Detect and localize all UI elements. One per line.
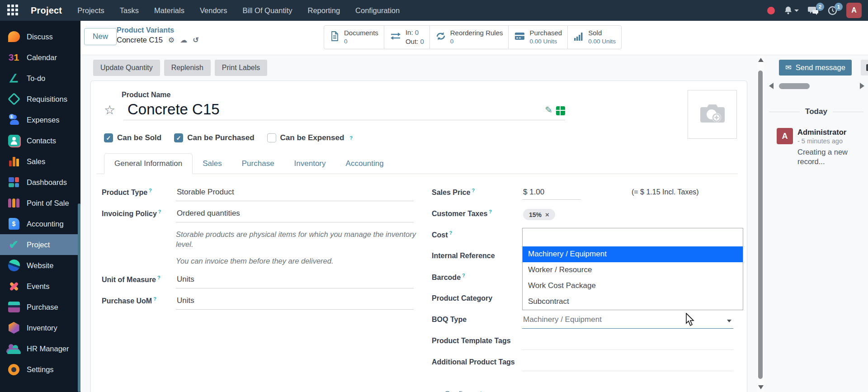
control-panel: New Product Variants Concrete C15 ⚙ ☁ ↺ … (80, 21, 868, 55)
tab-general-information[interactable]: General Information (104, 153, 193, 174)
product-image-placeholder[interactable] (688, 90, 737, 139)
out-label: Out: (406, 38, 418, 45)
invoicing-policy-field[interactable]: Ordered quantities (176, 209, 414, 222)
sidebar-item-project[interactable]: ✔ Project (0, 234, 80, 255)
apps-menu-icon[interactable] (7, 5, 19, 16)
boq-type-select[interactable]: Machinery / Equipment (522, 315, 733, 329)
stat-buttons: Documents 0 In: 0 Out: 0 Reordering Ru (324, 25, 622, 49)
breadcrumb: Product Variants Concrete C15 ⚙ ☁ ↺ (117, 26, 199, 44)
new-button[interactable]: New (84, 28, 117, 45)
print-labels-button[interactable]: Print Labels (215, 60, 268, 76)
cloud-save-icon[interactable]: ☁ (180, 37, 187, 44)
notifications-bell-icon[interactable] (784, 6, 799, 15)
product-type-field[interactable]: Storable Product (176, 188, 414, 201)
sales-icon (6, 154, 21, 169)
dropdown-option-subcontract[interactable]: Subcontract (523, 294, 743, 310)
menu-bill-of-quantity[interactable]: Bill Of Quantity (242, 6, 292, 15)
documents-stat-button[interactable]: Documents 0 (324, 25, 384, 49)
product-name-input[interactable]: Concrete C15 ✎ (123, 101, 565, 120)
replenish-button[interactable]: Replenish (164, 60, 211, 76)
purchased-stat-button[interactable]: Purchased 0.00 Units (508, 25, 568, 49)
menu-projects[interactable]: Projects (77, 6, 104, 15)
current-app-title[interactable]: Project (31, 5, 62, 16)
unit-of-measure-field[interactable]: Units (176, 275, 414, 288)
top-navbar: Project Projects Tasks Materials Vendors… (0, 0, 868, 21)
dropdown-option-work-cost-package[interactable]: Work Cost Package (523, 278, 743, 294)
sidebar-item-discuss[interactable]: Discuss (0, 26, 80, 47)
dropdown-option-worker-resource[interactable]: Worker / Resource (523, 262, 743, 278)
sidebar-item-events[interactable]: Events (0, 276, 80, 297)
tab-purchase[interactable]: Purchase (232, 154, 284, 174)
menu-materials[interactable]: Materials (154, 6, 184, 15)
sidebar-item-website[interactable]: Website (0, 255, 80, 276)
can-be-purchased-checkbox[interactable]: ✓ Can be Purchased (174, 133, 254, 142)
help-marker: ? (158, 209, 161, 214)
discard-icon[interactable]: ↺ (193, 37, 198, 44)
can-be-sold-checkbox[interactable]: ✓ Can be Sold (104, 133, 161, 142)
sidebar-item-purchase[interactable]: Purchase (0, 297, 80, 317)
gear-icon[interactable]: ⚙ (168, 37, 175, 44)
chatter-horizontal-scrollbar (769, 83, 864, 89)
menu-reporting[interactable]: Reporting (308, 6, 340, 15)
sidebar-item-dashboards[interactable]: Dashboards (0, 172, 80, 193)
menu-vendors[interactable]: Vendors (200, 6, 227, 15)
additional-product-tags-field[interactable] (522, 358, 733, 371)
translate-pencil-icon[interactable]: ✎ (545, 104, 552, 115)
sidebar-item-accounting[interactable]: $ Accounting (0, 213, 80, 234)
dropdown-option-machinery-equipment[interactable]: Machinery / Equipment (523, 246, 743, 262)
user-avatar[interactable]: A (846, 3, 862, 18)
sidebar-item-hr-manager[interactable]: HR Manager (0, 338, 80, 359)
sales-price-label: Sales Price? (432, 188, 522, 197)
messages-icon[interactable]: 2 (808, 6, 819, 15)
can-be-expensed-checkbox[interactable]: Can be Expensed ? (267, 133, 353, 142)
sidebar-item-point-of-sale[interactable]: Point of Sale (0, 193, 80, 213)
customer-taxes-field[interactable]: 15%× (522, 209, 733, 223)
reordering-rules-stat-button[interactable]: Reordering Rules 0 (429, 25, 509, 49)
note-icon (866, 64, 868, 71)
discuss-icon (6, 29, 21, 44)
in-out-stat-button[interactable]: In: 0 Out: 0 (384, 25, 430, 49)
scroll-right-arrow-icon[interactable] (860, 83, 864, 89)
sidebar-item-contacts[interactable]: Contacts (0, 130, 80, 151)
sidebar-item-requisitions[interactable]: Requisitions (0, 89, 80, 109)
sidebar-item-settings[interactable]: Settings (0, 359, 80, 380)
purchase-uom-field[interactable]: Units (176, 296, 414, 310)
bar-chart-icon (573, 31, 584, 43)
send-message-button[interactable]: ✉ Send message (779, 60, 852, 76)
sidebar-item-calendar[interactable]: 31 Calendar (0, 47, 80, 68)
product-template-tags-field[interactable] (522, 336, 733, 350)
breadcrumb-parent-link[interactable]: Product Variants (117, 26, 199, 34)
sales-price-field[interactable]: $ 1.00 (522, 188, 581, 200)
message-avatar[interactable]: A (777, 128, 793, 144)
favorite-star-icon[interactable]: ☆ (104, 103, 115, 118)
update-quantity-button[interactable]: Update Quantity (93, 60, 160, 76)
horizontal-scrollbar-thumb[interactable] (779, 83, 810, 89)
menu-tasks[interactable]: Tasks (120, 6, 139, 15)
form-tabs: General Information Sales Purchase Inven… (96, 153, 738, 174)
dropdown-option-blank[interactable] (523, 228, 743, 246)
log-note-button[interactable]: Log note (861, 60, 868, 76)
sidebar-item-todo[interactable]: ∠ To-do (0, 68, 80, 89)
activities-clock-icon[interactable]: 1 (828, 6, 837, 15)
sidebar-scrollbar-thumb[interactable] (78, 203, 80, 392)
configure-tags-link[interactable]: → Configure tags (432, 389, 733, 392)
checkbox-unchecked-icon (267, 133, 276, 142)
sidebar-item-inventory[interactable]: Inventory (0, 317, 80, 338)
product-type-label: Product Type? (102, 188, 176, 197)
help-marker: ? (149, 188, 152, 193)
spreadsheet-icon[interactable] (556, 106, 565, 115)
tab-inventory[interactable]: Inventory (284, 154, 336, 174)
sidebar-item-sales[interactable]: Sales (0, 151, 80, 172)
menu-configuration[interactable]: Configuration (355, 6, 400, 15)
sold-stat-button[interactable]: Sold 0.00 Units (567, 25, 622, 49)
tab-sales[interactable]: Sales (193, 154, 232, 174)
scroll-up-arrow-icon[interactable] (758, 58, 764, 62)
vertical-scrollbar-thumb[interactable] (758, 71, 763, 379)
tab-accounting[interactable]: Accounting (336, 154, 394, 174)
tax-remove-icon[interactable]: × (545, 211, 549, 218)
sidebar-item-expenses[interactable]: $ Expenses (0, 109, 80, 130)
scroll-down-arrow-icon[interactable] (758, 385, 764, 389)
recording-indicator-icon[interactable] (767, 7, 775, 14)
internal-reference-label: Internal Reference (432, 251, 522, 260)
scroll-left-arrow-icon[interactable] (769, 83, 774, 89)
